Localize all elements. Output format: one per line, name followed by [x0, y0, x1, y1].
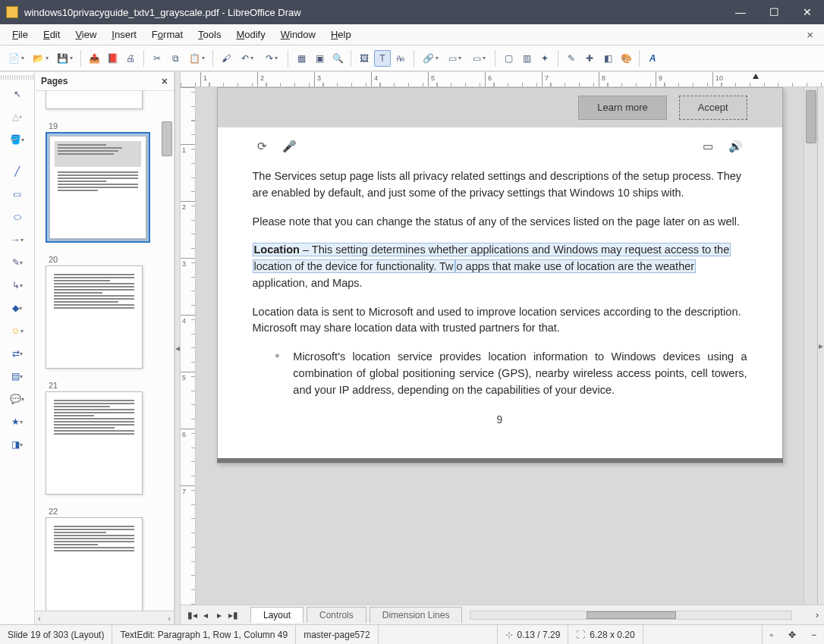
- grid-button[interactable]: ▦: [293, 50, 310, 67]
- three-d-tool[interactable]: ◨: [5, 436, 30, 453]
- page-thumb-21[interactable]: 21: [46, 381, 166, 495]
- last-slide-button[interactable]: ▸▮: [226, 610, 240, 620]
- hyperlink-button[interactable]: 🔗: [419, 50, 442, 67]
- fontwork-button[interactable]: 🗛: [392, 50, 409, 67]
- menu-modify[interactable]: Modify: [228, 27, 272, 42]
- menubar-close-doc[interactable]: ×: [800, 26, 819, 43]
- menu-edit[interactable]: Edit: [36, 27, 68, 42]
- points-button[interactable]: ✎: [563, 50, 580, 67]
- close-button[interactable]: ✕: [791, 0, 824, 24]
- cut-button[interactable]: ✂: [149, 50, 165, 67]
- page-thumb-20[interactable]: 20: [46, 255, 166, 369]
- fill-color-tool[interactable]: 🪣: [5, 131, 30, 148]
- pages-panel-close[interactable]: ×: [162, 75, 168, 87]
- status-edit[interactable]: TextEdit: Paragraph 1, Row 1, Column 49: [112, 625, 296, 644]
- tab-controls[interactable]: Controls: [307, 607, 366, 623]
- status-size[interactable]: ⛶ 6.28 x 0.20: [568, 625, 643, 644]
- select-tool[interactable]: ↖: [5, 86, 30, 102]
- line-tool[interactable]: ╱: [5, 163, 30, 180]
- arrow-tool[interactable]: →: [5, 231, 30, 248]
- pages-hscroll[interactable]: ‹›: [35, 611, 174, 624]
- crop-button[interactable]: ▣: [311, 50, 328, 67]
- zoom-button[interactable]: 🔍: [329, 50, 346, 67]
- extrusion-button[interactable]: ◧: [599, 50, 616, 67]
- text-box-button[interactable]: T: [374, 50, 391, 67]
- status-master[interactable]: master-page572: [296, 625, 378, 644]
- filter-button[interactable]: ✦: [536, 50, 553, 67]
- undo-button[interactable]: ↶: [236, 50, 259, 67]
- callout-tool[interactable]: 💬: [5, 391, 30, 407]
- toggle-button[interactable]: 🎨: [618, 50, 634, 67]
- status-save-icon[interactable]: ▫: [763, 625, 781, 644]
- page-canvas[interactable]: Learn more Accept ⟳ 🎤 ▭ 🔊: [217, 87, 783, 463]
- prev-slide-button[interactable]: ◂: [199, 610, 212, 620]
- location-paragraph[interactable]: Location – This setting determines wheth…: [253, 242, 747, 291]
- pages-scrollbar-thumb[interactable]: [162, 121, 172, 156]
- status-zoom-out[interactable]: −: [804, 625, 824, 644]
- menu-insert[interactable]: Insert: [104, 27, 144, 42]
- print-button[interactable]: 🖨: [122, 50, 139, 67]
- menu-file[interactable]: File: [5, 27, 36, 42]
- menu-view[interactable]: View: [68, 27, 104, 42]
- status-pos[interactable]: ⊹ 0.13 / 7.29: [498, 625, 569, 644]
- scroll-right-button[interactable]: ›: [810, 610, 824, 620]
- paragraph[interactable]: Please note that you can change the stat…: [253, 214, 747, 231]
- rectangle-tool[interactable]: ▭: [5, 186, 30, 203]
- horizontal-scrollbar-thumb[interactable]: [587, 611, 676, 619]
- curve-tool[interactable]: ✎: [5, 254, 30, 271]
- basic-shapes-tool[interactable]: ◆: [5, 300, 30, 316]
- pdf-button[interactable]: 📕: [104, 50, 121, 67]
- ellipse-tool[interactable]: ⬭: [5, 209, 30, 225]
- page-thumb[interactable]: [46, 91, 166, 109]
- new-button[interactable]: 📄: [5, 50, 27, 67]
- format-paintbrush-button[interactable]: 🖌: [218, 50, 234, 67]
- glue-button[interactable]: ✚: [581, 50, 598, 67]
- status-slide[interactable]: Slide 19 of 303 (Layout): [0, 625, 112, 644]
- arrange-button[interactable]: ▭: [467, 50, 490, 67]
- thumbs-scroll[interactable]: 19 20 21: [35, 91, 174, 611]
- line-color-tool[interactable]: △: [5, 108, 30, 125]
- star-tool[interactable]: ★: [5, 413, 30, 430]
- redo-button[interactable]: ↷: [260, 50, 283, 67]
- block-arrows-tool[interactable]: ⇄: [5, 345, 30, 362]
- menu-help[interactable]: Help: [323, 27, 359, 42]
- menu-format[interactable]: Format: [144, 27, 190, 42]
- canvas-viewport[interactable]: Learn more Accept ⟳ 🎤 ▭ 🔊: [196, 87, 804, 605]
- fontwork2-button[interactable]: A: [644, 50, 661, 67]
- toolbar-grip[interactable]: [1, 75, 34, 80]
- tab-dimension[interactable]: Dimension Lines: [370, 607, 463, 623]
- vertical-ruler[interactable]: 1 23 45 67: [181, 87, 196, 605]
- menu-window[interactable]: Window: [273, 27, 323, 42]
- export-button[interactable]: 📤: [86, 50, 102, 67]
- flowchart-tool[interactable]: ▤: [5, 368, 30, 385]
- first-slide-button[interactable]: ▮◂: [185, 610, 199, 620]
- vertical-scrollbar-thumb[interactable]: [806, 90, 816, 143]
- minimize-button[interactable]: —: [724, 0, 757, 24]
- paragraph[interactable]: The Services setup page lists all privac…: [253, 168, 747, 202]
- symbol-shapes-tool[interactable]: ☺: [5, 322, 30, 339]
- save-button[interactable]: 💾: [53, 50, 76, 67]
- bullet-item[interactable]: ° Microsoft's location service provides …: [275, 349, 747, 398]
- panel-collapse-handle[interactable]: ◂: [175, 72, 181, 624]
- copy-button[interactable]: ⧉: [167, 50, 184, 67]
- maximize-button[interactable]: ☐: [757, 0, 791, 24]
- menu-tools[interactable]: Tools: [190, 27, 228, 42]
- paste-button[interactable]: 📋: [185, 50, 208, 67]
- accept-button[interactable]: Accept: [679, 96, 747, 120]
- shadow-button[interactable]: ▢: [500, 50, 517, 67]
- align-button[interactable]: ▭: [443, 50, 466, 67]
- horizontal-scrollbar[interactable]: [470, 611, 792, 620]
- sidebar-collapse-handle[interactable]: ▸: [817, 87, 824, 605]
- horizontal-ruler[interactable]: 12 34 56 78 910: [181, 72, 824, 87]
- next-slide-button[interactable]: ▸: [212, 610, 226, 620]
- connector-tool[interactable]: ↳: [5, 277, 30, 294]
- image-button[interactable]: 🖼: [356, 50, 373, 67]
- tab-layout[interactable]: Layout: [250, 607, 303, 623]
- paragraph[interactable]: Location data is sent to Microsoft and u…: [253, 304, 747, 338]
- status-fit-button[interactable]: ✥: [781, 625, 804, 644]
- learn-more-button[interactable]: Learn more: [578, 96, 666, 120]
- vertical-scrollbar[interactable]: [804, 87, 817, 605]
- crop2-button[interactable]: ▥: [518, 50, 535, 67]
- page-thumb-22[interactable]: 22: [46, 507, 166, 611]
- page-thumb-19[interactable]: 19: [46, 121, 166, 243]
